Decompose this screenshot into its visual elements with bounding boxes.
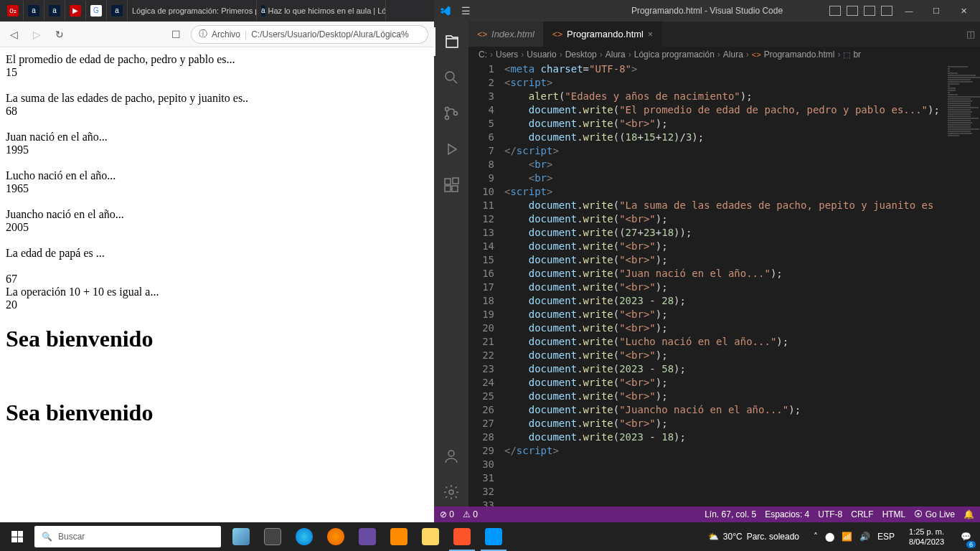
task-view-icon[interactable] — [257, 522, 288, 551]
html-file-icon: <> — [477, 29, 487, 39]
page-text: Lucho nació en el año... — [6, 169, 428, 182]
taskbar-vscode[interactable] — [478, 522, 509, 551]
forward-button[interactable]: ▷ — [29, 27, 44, 42]
code-editor[interactable]: 1234567891011121314151617181920212223242… — [468, 62, 980, 507]
page-heading: Sea bienvenido — [6, 326, 428, 352]
menu-icon[interactable]: ☰ — [461, 5, 471, 17]
search-icon: 🔍 — [42, 532, 52, 542]
browser-tabstrip: o₂ a a ▶ G a Lógica de programación: Pri… — [0, 0, 434, 22]
svg-point-2 — [446, 108, 449, 111]
svg-rect-7 — [452, 186, 458, 192]
status-golive[interactable]: ⦿ Go Live — [914, 509, 955, 519]
close-icon[interactable]: × — [648, 29, 653, 39]
status-errors[interactable]: ⊘ 0 — [440, 509, 454, 519]
youtube-icon: ▶ — [70, 5, 81, 17]
debug-icon[interactable] — [434, 135, 468, 164]
editor-tab[interactable]: <>Programando.html× — [544, 22, 662, 47]
layout-icon[interactable] — [829, 6, 841, 16]
volume-icon[interactable]: 🔊 — [859, 532, 870, 542]
taskbar-firefox[interactable] — [320, 522, 352, 551]
editor-actions: ◫ ⋯ — [961, 22, 980, 47]
browser-tab[interactable]: G — [86, 1, 107, 21]
page-text: La suma de las edades de pacho, pepito y… — [6, 92, 428, 105]
layout-icon[interactable] — [847, 6, 858, 16]
browser-tab[interactable]: o₂ — [3, 1, 24, 21]
back-button[interactable]: ◁ — [6, 27, 22, 42]
favicon-icon: a — [111, 5, 123, 17]
browser-tab[interactable]: a — [44, 1, 65, 21]
vscode-titlebar: ☰ Programando.html - Visual Studio Code … — [434, 0, 980, 22]
symbol-icon: ⬚ — [843, 50, 850, 60]
close-button[interactable]: ✕ — [953, 0, 974, 22]
status-spaces[interactable]: Espacios: 4 — [765, 509, 809, 519]
taskbar-search[interactable]: 🔍 Buscar — [34, 526, 221, 547]
minimize-button[interactable]: — — [898, 0, 920, 22]
status-encoding[interactable]: UTF-8 — [818, 509, 842, 519]
html-file-icon: <> — [552, 29, 562, 39]
tab-title: Lógica de programación: Primeros pa — [132, 6, 257, 15]
page-text: 15 — [6, 66, 428, 79]
favicon-icon: a — [261, 5, 265, 17]
taskbar-app[interactable] — [352, 522, 383, 551]
taskbar-explorer[interactable] — [415, 522, 446, 551]
split-editor-icon[interactable]: ◫ — [966, 29, 975, 39]
source-control-icon[interactable] — [434, 99, 468, 128]
language-indicator[interactable]: ESP — [877, 532, 895, 542]
weather-icon: ⛅ — [708, 532, 719, 542]
taskbar-app[interactable] — [225, 522, 257, 551]
tab-title: Haz lo que hicimos en el aula | Ló — [268, 6, 386, 15]
tray-app-icon[interactable]: ⬤ — [825, 532, 834, 542]
browser-viewport: El promedio de edad de pacho, pedro y pa… — [0, 47, 434, 522]
browser-tab[interactable]: ▶ — [65, 1, 86, 21]
address-bar[interactable]: ⓘ Archivo | C:/Users/Usuario/Desktop/Alu… — [191, 25, 428, 44]
status-lang[interactable]: HTML — [882, 509, 906, 519]
status-warnings[interactable]: ⚠ 0 — [463, 509, 478, 519]
search-icon[interactable] — [434, 63, 468, 92]
tray-chevron-icon[interactable]: ˄ — [814, 532, 818, 542]
taskbar-edge[interactable] — [288, 522, 320, 551]
editor-tabs: <>Index.html <>Programando.html× ◫ ⋯ — [468, 22, 980, 47]
page-text: Juancho nació en el año... — [6, 208, 428, 221]
status-cursor[interactable]: Lín. 67, col. 5 — [705, 509, 756, 519]
notifications-button[interactable]: 💬 6 — [951, 522, 980, 551]
browser-tab[interactable]: a — [24, 1, 44, 21]
svg-rect-8 — [453, 178, 458, 184]
favicon-icon: a — [49, 5, 60, 17]
browser-toolbar: ◁ ▷ ↻ ☐ ⓘ Archivo | C:/Users/Usuario/Des… — [0, 22, 434, 47]
browser-tab[interactable]: Lógica de programación: Primeros pa — [128, 1, 257, 21]
activity-bar — [434, 22, 468, 507]
reload-button[interactable]: ↻ — [52, 27, 67, 42]
minimap[interactable] — [940, 62, 980, 507]
start-button[interactable] — [0, 522, 34, 551]
explorer-icon[interactable] — [434, 27, 468, 56]
page-text: Juan nació en el año... — [6, 131, 428, 143]
layout-icon[interactable] — [864, 6, 875, 16]
extensions-icon[interactable] — [434, 171, 468, 199]
notification-badge: 6 — [966, 541, 976, 548]
wifi-icon[interactable]: 📶 — [842, 532, 852, 542]
layout-icon[interactable] — [881, 6, 892, 16]
window-title: Programando.html - Visual Studio Code — [631, 6, 783, 16]
taskbar-clock[interactable]: 1:25 p. m. 8/04/2023 — [902, 527, 951, 547]
editor-tab[interactable]: <>Index.html — [468, 22, 544, 47]
page-text: 20 — [6, 298, 428, 311]
browser-tab[interactable]: aHaz lo que hicimos en el aula | Ló — [257, 1, 386, 21]
taskbar-media[interactable] — [383, 522, 415, 551]
code-lines[interactable]: <meta charset="UTF-8"><script> alert("Ed… — [504, 62, 940, 507]
taskbar-weather[interactable]: ⛅ 30°C Parc. soleado — [701, 532, 806, 542]
breadcrumb[interactable]: C:› Users› Usuario› Desktop› Alura› Lógi… — [468, 47, 980, 62]
bookmark-icon[interactable]: ☐ — [168, 27, 184, 42]
status-eol[interactable]: CRLF — [851, 509, 873, 519]
browser-window: o₂ a a ▶ G a Lógica de programación: Pri… — [0, 0, 434, 522]
settings-icon[interactable] — [434, 478, 468, 507]
svg-point-0 — [446, 72, 454, 80]
browser-tab[interactable]: a — [107, 1, 128, 21]
maximize-button[interactable]: ☐ — [925, 0, 947, 22]
account-icon[interactable] — [434, 442, 468, 471]
system-tray[interactable]: ˄ ⬤ 📶 🔊 ESP — [806, 532, 902, 542]
tab-label: Programando.html — [567, 29, 644, 39]
taskbar-brave[interactable] — [446, 522, 478, 551]
status-bell-icon[interactable]: 🔔 — [963, 509, 974, 519]
svg-point-10 — [449, 490, 453, 494]
svg-rect-5 — [445, 179, 451, 184]
